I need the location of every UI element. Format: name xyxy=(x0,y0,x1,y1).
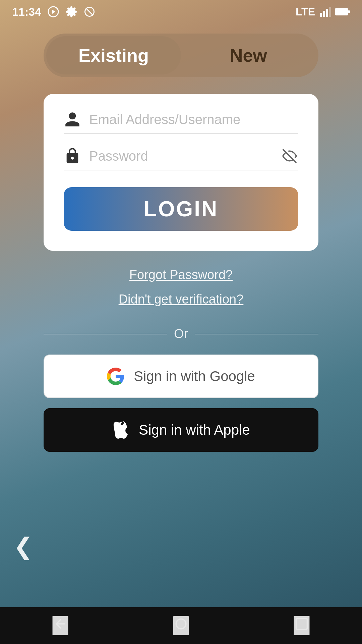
apple-icon xyxy=(112,421,129,439)
no-icon xyxy=(83,6,96,18)
svg-line-3 xyxy=(86,8,93,15)
google-signin-button[interactable]: Sign in with Google xyxy=(44,355,318,398)
login-button[interactable]: LOGIN xyxy=(64,187,298,231)
verification-link[interactable]: Didn't get verification? xyxy=(119,292,244,307)
eye-toggle-icon[interactable] xyxy=(281,149,298,163)
status-right: LTE xyxy=(296,6,350,18)
play-icon xyxy=(47,6,59,18)
tab-existing[interactable]: Existing xyxy=(46,36,181,74)
lte-label: LTE xyxy=(296,6,315,18)
email-input[interactable] xyxy=(89,112,298,127)
svg-rect-9 xyxy=(336,9,347,15)
svg-rect-5 xyxy=(323,11,325,17)
nav-back-button[interactable] xyxy=(52,616,68,635)
svg-rect-7 xyxy=(329,7,331,17)
password-input[interactable] xyxy=(89,149,273,164)
main-content: Existing New LOGIN Forgot Pa xyxy=(0,23,362,462)
status-bar: 11:34 LTE xyxy=(0,0,362,23)
user-icon xyxy=(64,111,81,128)
svg-marker-1 xyxy=(52,10,55,14)
svg-point-12 xyxy=(176,619,186,629)
or-line-left xyxy=(44,334,167,334)
status-left: 11:34 xyxy=(12,5,96,18)
svg-rect-6 xyxy=(326,9,328,17)
battery-icon xyxy=(335,7,350,16)
forgot-password-link[interactable]: Forgot Password? xyxy=(129,268,233,282)
or-divider: Or xyxy=(44,327,318,341)
back-button[interactable]: ❮ xyxy=(13,533,33,560)
or-line-right xyxy=(195,334,318,334)
svg-rect-10 xyxy=(348,10,350,13)
nav-home-button[interactable] xyxy=(173,616,189,635)
signal-icon xyxy=(319,6,331,18)
settings-icon xyxy=(65,6,77,18)
nav-recents-button[interactable] xyxy=(294,616,310,635)
svg-rect-13 xyxy=(296,619,307,630)
login-card: LOGIN xyxy=(44,94,318,251)
status-time: 11:34 xyxy=(12,5,41,18)
apple-signin-label: Sign in with Apple xyxy=(139,422,250,438)
google-icon xyxy=(107,368,124,385)
or-text: Or xyxy=(174,327,188,341)
password-row xyxy=(64,147,298,170)
tab-toggle: Existing New xyxy=(44,34,318,77)
email-row xyxy=(64,111,298,134)
google-signin-label: Sign in with Google xyxy=(134,368,255,384)
apple-signin-button[interactable]: Sign in with Apple xyxy=(44,408,318,452)
svg-rect-4 xyxy=(320,13,322,17)
tab-new[interactable]: New xyxy=(181,36,316,74)
lock-icon xyxy=(64,147,81,165)
bottom-nav-bar xyxy=(0,607,362,644)
